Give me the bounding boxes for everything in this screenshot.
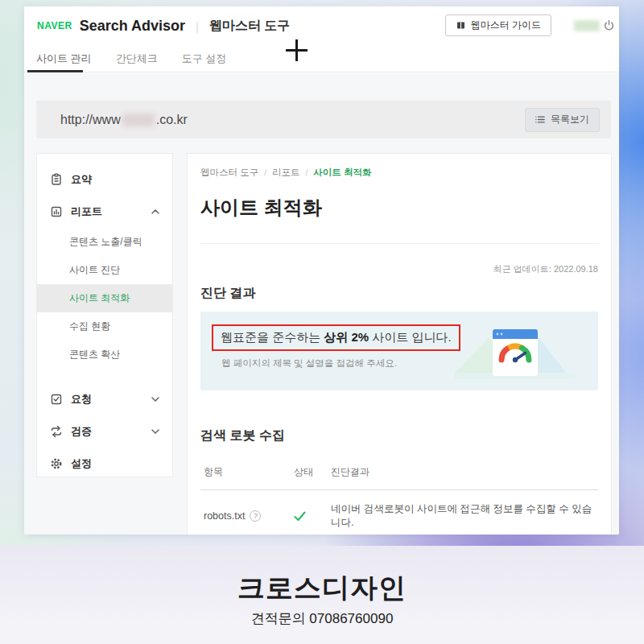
breadcrumb: 웹마스터 도구 / 리포트 / 사이트 최적화 xyxy=(200,167,598,179)
tab-quick-check[interactable]: 간단체크 xyxy=(116,52,158,66)
top-tab-bar: 사이트 관리 간단체크 도구 설정 xyxy=(24,45,619,72)
list-view-button[interactable]: 목록보기 xyxy=(525,108,600,132)
promo-image-canvas: NAVER Search Advisor | 웹마스터 도구 웹마스터 가이드 … xyxy=(0,0,644,644)
help-icon[interactable]: ? xyxy=(250,510,261,522)
sidebar-item-request[interactable]: 요청 xyxy=(37,383,172,415)
url-prefix: http://www xyxy=(60,113,121,127)
sidebar-item-label: 리포트 xyxy=(71,204,102,219)
sidebar: 요약 리포트 콘텐츠 노출/클릭 사이트 진단 xyxy=(36,153,173,477)
site-url-bar: http://www .co.kr 목록보기 xyxy=(36,101,611,138)
robots-table: 항목 상태 진단결과 robots.txt ? 네이버 검색로봇이 사이트에 접… xyxy=(200,457,598,535)
brand-title: Search Advisor xyxy=(80,18,185,35)
diagnosis-heading: 진단 결과 xyxy=(200,285,598,302)
column-result: 진단결과 xyxy=(331,465,598,479)
header-divider: | xyxy=(196,19,199,33)
product-title: 웹마스터 도구 xyxy=(209,18,290,35)
sidebar-item-settings[interactable]: 설정 xyxy=(37,448,172,480)
robots-table-header: 항목 상태 진단결과 xyxy=(200,457,598,490)
blurred-domain xyxy=(122,114,155,126)
footer-brand: 크로스디자인 xyxy=(0,546,644,607)
column-item: 항목 xyxy=(204,465,294,479)
book-icon xyxy=(456,20,466,31)
crosshair-mark xyxy=(286,39,308,61)
sidebar-item-verify[interactable]: 검증 xyxy=(37,415,172,448)
repeat-icon xyxy=(50,425,63,438)
title-divider xyxy=(200,243,598,244)
sidebar-item-label: 요청 xyxy=(71,392,92,407)
screenshot-card: NAVER Search Advisor | 웹마스터 도구 웹마스터 가이드 … xyxy=(24,6,619,535)
bar-chart-icon xyxy=(50,205,63,218)
robots-section-heading: 검색 로봇 수집 xyxy=(200,427,598,444)
footer-contact: 견적문의 07086760090 xyxy=(0,609,644,628)
sidebar-subitem-content-spread[interactable]: 콘텐츠 확산 xyxy=(37,341,172,369)
sidebar-item-label: 검증 xyxy=(71,424,92,439)
page-title: 사이트 최적화 xyxy=(200,195,598,221)
diagnosis-text-suffix: 사이트 입니다. xyxy=(369,330,452,344)
row-item-label: robots.txt xyxy=(204,510,245,522)
gear-icon xyxy=(50,457,63,470)
sidebar-subitem-collection-status[interactable]: 수집 현황 xyxy=(37,312,172,341)
webmaster-guide-button[interactable]: 웹마스터 가이드 xyxy=(445,14,551,36)
list-view-label: 목록보기 xyxy=(551,113,589,126)
breadcrumb-item-report[interactable]: 리포트 xyxy=(272,167,300,179)
list-icon xyxy=(535,115,545,124)
breadcrumb-separator: / xyxy=(305,168,308,177)
sidebar-spacer xyxy=(37,369,172,383)
sidebar-item-label: 설정 xyxy=(71,456,92,471)
promo-footer: 크로스디자인 견적문의 07086760090 xyxy=(0,546,644,644)
content-background: http://www .co.kr 목록보기 xyxy=(24,73,619,535)
chevron-up-icon[interactable] xyxy=(151,209,159,214)
tab-site-manage[interactable]: 사이트 관리 xyxy=(36,52,92,66)
row-result-text: 네이버 검색로봇이 사이트에 접근해 정보를 수집할 수 있습니다. xyxy=(331,502,598,530)
sidebar-subitem-site-optimization[interactable]: 사이트 최적화 xyxy=(37,284,172,312)
power-icon[interactable] xyxy=(603,19,615,31)
site-url: http://www .co.kr xyxy=(60,113,188,127)
sidebar-subitem-site-diagnosis[interactable]: 사이트 진단 xyxy=(37,256,172,284)
diagnosis-result-panel: 웹표준을 준수하는 상위 2% 사이트 입니다. 웹 페이지의 제목 및 설명을… xyxy=(200,312,598,390)
diagnosis-highlight-annotation: 웹표준을 준수하는 상위 2% 사이트 입니다. xyxy=(212,324,460,351)
url-suffix: .co.kr xyxy=(156,113,188,127)
sidebar-subitem-content-exposure[interactable]: 콘텐츠 노출/클릭 xyxy=(37,228,172,256)
column-status: 상태 xyxy=(294,465,331,479)
table-row: robots.txt ? 네이버 검색로봇이 사이트에 접근해 정보를 수집할 … xyxy=(200,490,598,535)
guide-button-label: 웹마스터 가이드 xyxy=(471,19,541,32)
clipboard-icon xyxy=(50,173,63,186)
breadcrumb-item-site-optimization: 사이트 최적화 xyxy=(313,167,371,179)
chevron-down-icon[interactable] xyxy=(151,397,159,402)
tab-tool-settings[interactable]: 도구 설정 xyxy=(182,52,227,66)
diagnosis-text-bold: 상위 2% xyxy=(324,330,369,344)
sidebar-item-report[interactable]: 리포트 xyxy=(37,196,172,228)
blurred-username xyxy=(574,20,600,31)
speedometer-illustration xyxy=(455,318,576,386)
sidebar-item-label: 요약 xyxy=(71,172,92,187)
check-icon xyxy=(294,511,306,522)
chevron-down-icon[interactable] xyxy=(151,429,159,434)
last-updated: 최근 업데이트: 2022.09.18 xyxy=(200,263,598,275)
sidebar-item-summary[interactable]: 요약 xyxy=(37,163,172,196)
app-header: NAVER Search Advisor | 웹마스터 도구 웹마스터 가이드 xyxy=(24,6,619,45)
active-tab-underline xyxy=(27,70,83,72)
main-panel: 웹마스터 도구 / 리포트 / 사이트 최적화 사이트 최적화 최근 업데이트:… xyxy=(187,153,612,535)
naver-logo: NAVER xyxy=(37,20,72,31)
check-square-icon xyxy=(50,393,63,406)
breadcrumb-separator: / xyxy=(264,168,266,177)
breadcrumb-item-webmaster-tools[interactable]: 웹마스터 도구 xyxy=(200,167,258,179)
diagnosis-text-prefix: 웹표준을 준수하는 xyxy=(221,330,324,344)
